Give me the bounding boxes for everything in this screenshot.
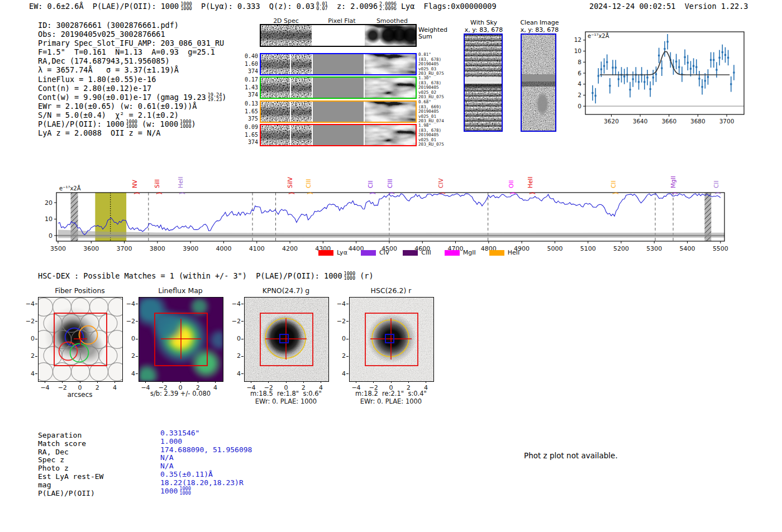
match-table-value: 174.688090, 51.956098 (160, 445, 252, 454)
svg-text:4000: 4000 (216, 245, 231, 252)
row-2dspec-image (261, 102, 312, 122)
svg-text:2: 2 (578, 92, 581, 98)
match-table-label: Est LyA rest-EW (38, 472, 103, 481)
row-smoothed-image (365, 102, 416, 122)
legend-item-CIV: CIV (361, 249, 389, 256)
fraction-stack: 10001000 (344, 272, 355, 280)
cutout-caption: s/b: 2.39 +/- 0.080 (119, 390, 242, 397)
match-table-value: N/A (160, 453, 173, 462)
legend-item-CIII: CIII (403, 249, 431, 256)
y-tick-label: −2 (331, 318, 346, 325)
weighted-pixelflat-image (313, 25, 364, 46)
line-label-CII: CII (367, 180, 374, 188)
info-line-12: LyA z = 2.0088 OII z = N/A (38, 128, 261, 137)
line-label-HeII: HeII (527, 176, 533, 188)
cutout-caption: m:18.2 re:2.1" s:0.4" (330, 390, 452, 397)
hsc-dex-summary: HSC-DEX : Possible Matches = 1 (within +… (38, 271, 374, 281)
emission-line-fit-chart: 02468101236203640366036803700e⁻¹⁷x2Å (563, 27, 756, 130)
svg-text:3680: 3680 (690, 118, 705, 124)
y-tick-mark (241, 321, 244, 322)
match-table-label: Photo z (38, 464, 69, 472)
svg-text:5400: 5400 (680, 245, 695, 252)
spec2d-row-left-labels: 0.171.43374 (235, 76, 258, 99)
svg-text:{: { (370, 191, 376, 195)
match-table-value: N/A (160, 462, 173, 470)
y-tick-mark (136, 373, 138, 374)
clean-image-title: Clean Imagex, y: 83, 678 (512, 20, 568, 33)
match-table-value: 18.22(18.20,18.23)R (160, 478, 244, 487)
fraction-stack: 2.00962.0096 (379, 2, 397, 11)
y-tick-label: −2 (226, 318, 241, 325)
svg-text:8: 8 (578, 59, 581, 65)
svg-text:3700: 3700 (117, 245, 132, 252)
svg-text:10: 10 (45, 215, 53, 223)
match-table-label: Separation (38, 431, 82, 439)
legend-swatch (403, 250, 418, 256)
match-table-label: RA, Dec (38, 448, 69, 456)
row-2dspec-image (261, 78, 312, 98)
with-sky-title: With Skyx, y: 83, 678 (456, 20, 512, 33)
spec2d-row-annotations: 0.68"(83, 669)20190405v025_01203_RU_074 (418, 100, 444, 124)
line-label-CII: CII (713, 180, 719, 188)
info-line-7: Cont(n) = 2.80(±0.12)e-17 (38, 84, 261, 93)
svg-text:3900: 3900 (183, 245, 198, 252)
line-label-CIII: CIII (387, 179, 393, 188)
svg-text:20: 20 (45, 199, 53, 207)
match-table-label: P(LAE)/P(OII) (38, 489, 95, 497)
kpno-overlays (245, 298, 328, 381)
y-tick-label: 2 (331, 352, 346, 360)
svg-text:5300: 5300 (646, 245, 662, 252)
spec2d-weighted-row (260, 24, 417, 47)
line-label-OII: OII (508, 180, 514, 188)
match-table-value: 100010001000 (160, 487, 191, 495)
svg-text:3600: 3600 (83, 245, 99, 252)
y-tick-mark (136, 321, 138, 322)
svg-text:{: { (530, 191, 536, 195)
svg-text:4200: 4200 (282, 245, 298, 252)
fraction-stack: 10001000 (180, 2, 192, 11)
y-tick-mark (35, 321, 37, 322)
svg-text:{: { (156, 191, 163, 195)
legend-item-MgII: MgII (445, 249, 476, 256)
y-tick-mark (346, 339, 349, 339)
lineflux-overlays (139, 298, 223, 381)
y-tick-label: 4 (331, 370, 346, 377)
fraction-stack: 19.2419.23 (208, 93, 222, 102)
y-tick-label: −4 (20, 300, 35, 308)
info-line-6: LineFlux = 1.80(±0.55)e-16 (38, 75, 261, 84)
info-line-0: ID: 3002876661 (3002876661.pdf) (38, 21, 261, 30)
svg-text:{: { (715, 191, 721, 195)
cutout-title: Lineflux Map (127, 286, 233, 295)
y-tick-label: −4 (226, 300, 241, 308)
y-tick-label: 4 (20, 370, 35, 377)
hsc-overlays (350, 298, 433, 381)
svg-text:10: 10 (574, 47, 581, 54)
cutout-caption: EWr: 0. PLAE: 1000 (330, 397, 452, 405)
info-line-11: P(LAE)/P(OII): 100010001000 (w: 10001000… (38, 119, 261, 128)
y-tick-mark (346, 304, 349, 304)
spec2d-row (260, 53, 417, 75)
cutout-caption: EWr: 0. PLAE: 1000 (225, 397, 347, 405)
line-label-SiIV: SiIV (287, 176, 293, 188)
svg-text:4100: 4100 (249, 245, 265, 252)
svg-text:3700: 3700 (719, 118, 735, 124)
svg-text:3620: 3620 (604, 118, 619, 124)
svg-text:5500: 5500 (713, 245, 728, 252)
match-table-label: Match score (38, 439, 86, 448)
y-tick-label: 2 (20, 352, 35, 360)
spec2d-row-annotations: 0.81"(83, 678)20190405v025_03203_RU_075 (418, 52, 444, 76)
legend-item-HeII: HeII (489, 249, 520, 256)
svg-text:6: 6 (578, 70, 581, 76)
y-tick-label: 0 (226, 335, 241, 342)
svg-text:5000: 5000 (547, 245, 562, 252)
fraction-stack: 10001000 (180, 120, 191, 128)
info-line-9: EWr = 2.10(±0.65) (w: 0.61(±0.19))Å (38, 102, 261, 111)
svg-text:0: 0 (578, 103, 581, 109)
y-tick-mark (35, 373, 37, 374)
legend-label: CIV (379, 249, 389, 256)
row-pixelflat-image (313, 125, 364, 145)
y-tick-mark (346, 356, 349, 357)
spec2d-row (260, 76, 417, 99)
lineflux-map-panel (139, 297, 223, 382)
legend-swatch (318, 250, 333, 256)
